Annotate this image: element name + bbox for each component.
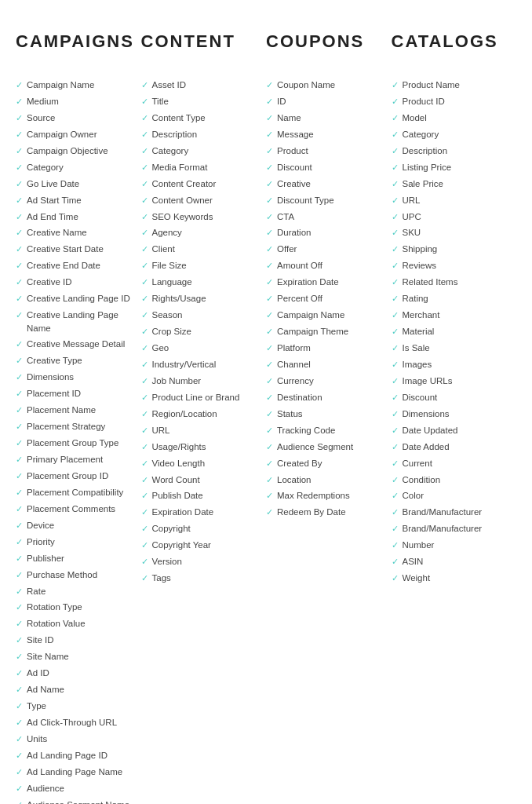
item-label: Offer [277,243,385,256]
check-icon: ✓ [16,243,23,256]
check-icon: ✓ [16,667,23,680]
item-label: Coupon Name [277,79,385,92]
item-label: Condition [403,473,511,487]
list-item: ✓Brand/Manufacturer [392,522,511,535]
check-icon: ✓ [392,145,399,158]
list-item: ✓Status [266,407,385,421]
item-label: Industry/Vertical [152,358,261,371]
item-label: Images [403,358,511,371]
list-item: ✓Placement Group ID [16,470,135,483]
check-icon: ✓ [266,506,273,519]
list-item: ✓Campaign Owner [16,128,135,141]
item-label: Ad Start Time [27,194,135,207]
item-label: Creative Start Date [27,243,135,256]
check-icon: ✓ [266,392,273,404]
item-label: Percent Off [277,292,385,305]
check-icon: ✓ [392,96,399,108]
list-item: ✓Color [392,489,511,502]
check-icon: ✓ [16,211,23,224]
list-item: ✓Image URLs [392,375,511,388]
list-item: ✓Category [141,144,261,158]
check-icon: ✓ [392,523,399,535]
item-label: Audience Segment [277,440,385,454]
list-item: ✓Audience Segment Name [16,799,135,804]
check-icon: ✓ [266,112,273,125]
check-icon: ✓ [16,129,23,141]
check-icon: ✓ [266,441,273,454]
item-label: Language [152,276,261,289]
check-icon: ✓ [392,227,399,239]
item-label: Brand/Manufacturer [403,506,511,519]
item-label: Product Name [403,79,511,92]
item-label: Placement Group Type [27,437,135,450]
check-icon: ✓ [16,733,23,746]
list-item: ✓Video Length [141,457,261,470]
item-label: Current [403,457,511,470]
list-item: ✓URL [141,424,261,437]
col-3: ✓Product Name✓Product ID✓Model✓Category✓… [392,79,517,588]
item-label: Material [403,325,511,338]
list-item: ✓Tracking Code [266,424,385,437]
item-label: Placement Comments [27,502,135,516]
check-icon: ✓ [392,178,399,191]
item-label: Category [152,144,261,158]
list-item: ✓Priority [16,535,135,549]
list-item: ✓Geo [141,342,261,355]
list-item: ✓Usage/Rights [141,440,261,454]
check-icon: ✓ [16,293,23,305]
check-icon: ✓ [16,338,23,351]
col-header-3: CATALOGS [392,31,517,60]
list-item: ✓Reviews [392,259,511,272]
check-icon: ✓ [141,425,148,437]
item-label: Audience Segment Name [27,799,135,804]
header-row: CAMPAIGNSCONTENTCOUPONSCATALOGS [16,31,516,60]
list-item: ✓Rotation Type [16,601,135,614]
item-label: Discount [277,161,385,174]
check-icon: ✓ [392,458,399,470]
check-icon: ✓ [392,572,399,585]
check-icon: ✓ [266,178,273,191]
check-icon: ✓ [141,178,148,191]
col-header-2: COUPONS [266,31,392,60]
item-label: Date Updated [403,424,511,437]
check-icon: ✓ [16,783,23,795]
check-icon: ✓ [392,243,399,256]
item-label: Priority [27,535,135,549]
item-label: Status [277,407,385,421]
item-label: Model [403,111,511,125]
list-item: ✓Description [392,144,511,158]
list-item: ✓Redeem By Date [266,506,385,519]
check-icon: ✓ [16,750,23,762]
list-item: ✓Sale Price [392,177,511,191]
list-item: ✓Language [141,276,261,289]
check-icon: ✓ [266,276,273,289]
list-item: ✓Ad Landing Page ID [16,749,135,762]
item-label: Placement Group ID [27,470,135,483]
item-label: Site Name [27,650,135,663]
check-icon: ✓ [141,556,148,568]
list-item: ✓Name [266,111,385,125]
item-label: SEO Keywords [152,210,261,224]
item-label: UPC [403,210,511,224]
check-icon: ✓ [141,375,148,388]
item-label: Content Creator [152,177,261,191]
list-item: ✓Is Sale [392,342,511,355]
check-icon: ✓ [141,326,148,338]
check-icon: ✓ [16,162,23,174]
list-item: ✓Rotation Value [16,617,135,630]
check-icon: ✓ [141,243,148,256]
item-label: Name [277,111,385,125]
check-icon: ✓ [392,79,399,92]
list-item: ✓Industry/Vertical [141,358,261,371]
check-icon: ✓ [16,276,23,289]
item-label: Word Count [152,473,261,487]
check-icon: ✓ [266,408,273,421]
item-label: Expiration Date [152,506,261,519]
item-label: ASIN [403,555,511,568]
check-icon: ✓ [392,276,399,289]
list-item: ✓Content Owner [141,194,261,207]
list-item: ✓Primary Placement [16,453,135,466]
list-item: ✓Campaign Theme [266,325,385,338]
check-icon: ✓ [141,195,148,207]
check-icon: ✓ [392,195,399,207]
